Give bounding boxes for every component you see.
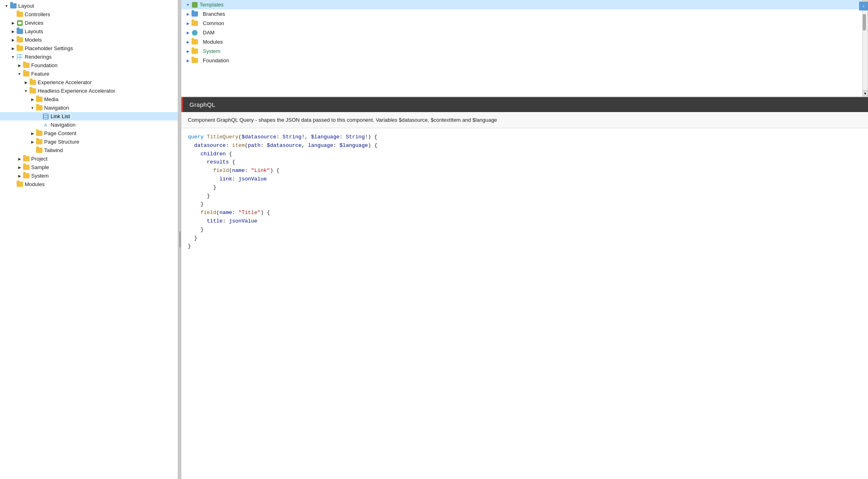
tree-item-layouts[interactable]: Layouts <box>0 27 178 36</box>
tree-label-experience-accelerator: Experience Accelerator <box>38 79 92 85</box>
renderings-icon <box>16 54 23 60</box>
code-line-2: datasource: item(path: $datasource, lang… <box>188 142 862 150</box>
right-tree-item-common[interactable]: Common <box>181 19 868 28</box>
expand-arrow-modules-r[interactable] <box>185 40 191 44</box>
tree-item-controllers[interactable]: Controllers <box>0 10 178 19</box>
folder-icon-experience-accelerator <box>29 80 36 85</box>
right-panel: Templates Branches Common DAM <box>181 0 868 479</box>
tree-item-system[interactable]: System <box>0 172 178 180</box>
tree-item-modules[interactable]: Modules <box>0 180 178 189</box>
expand-arrow-headless-experience-accelerator[interactable] <box>23 89 29 93</box>
expand-arrow-feature[interactable] <box>16 72 23 76</box>
expand-arrow-page-structure[interactable] <box>29 140 36 144</box>
graphql-desc-text: Component GraphQL Query - shapes the JSO… <box>188 117 497 123</box>
linklist-icon <box>42 114 49 119</box>
expand-arrow-common[interactable] <box>185 21 191 25</box>
folder-icon-tailwind <box>36 148 43 153</box>
right-top-tree[interactable]: Templates Branches Common DAM <box>181 0 868 97</box>
expand-arrow-system[interactable] <box>16 174 23 178</box>
expand-arrow-foundation-right[interactable] <box>185 59 191 63</box>
tree-item-link-list[interactable]: Link List <box>0 112 178 121</box>
tree-item-feature[interactable]: Feature <box>0 70 178 78</box>
right-top-scrollbar[interactable]: ▲ ▼ <box>862 0 868 96</box>
tree-item-media[interactable]: Media <box>0 95 178 104</box>
expand-arrow-system-r[interactable] <box>185 49 191 53</box>
graphql-code-area[interactable]: query TitleQuery($datasource: String!, $… <box>181 128 868 479</box>
code-line-7: } <box>188 184 862 192</box>
expand-arrow-dam[interactable] <box>185 31 191 35</box>
expand-arrow-media[interactable] <box>29 97 36 102</box>
expand-arrow-navigation-folder[interactable] <box>29 106 36 110</box>
folder-icon-modules-r <box>191 39 198 45</box>
right-tree-item-dam[interactable]: DAM <box>181 28 868 37</box>
folder-icon-placeholder <box>16 46 23 51</box>
tree-item-foundation-r[interactable]: Foundation <box>0 61 178 70</box>
tree-label-page-content: Page Content <box>44 130 77 136</box>
expand-arrow-foundation-r[interactable] <box>16 64 23 68</box>
tree-label-navigation-item: Navigation <box>51 122 75 128</box>
tree-label-system: System <box>31 173 49 179</box>
splitter-handle <box>179 231 181 248</box>
tree-item-placeholder-settings[interactable]: Placeholder Settings <box>0 44 178 53</box>
navitem-icon: A <box>42 122 49 128</box>
tree-item-devices[interactable]: Devices <box>0 19 178 27</box>
device-icon <box>16 20 23 26</box>
expand-arrow-templates[interactable] <box>185 3 191 7</box>
tree-item-navigation-item[interactable]: A Navigation <box>0 121 178 129</box>
scrollbar-track[interactable] <box>862 6 868 91</box>
tree-label-models: Models <box>25 37 42 43</box>
tree-item-page-content[interactable]: Page Content <box>0 129 178 138</box>
tree-label-project: Project <box>31 156 47 162</box>
code-line-10: field(name: "Title") { <box>188 209 862 217</box>
collapse-panel-button[interactable]: ‹ <box>859 2 868 11</box>
expand-arrow-models[interactable] <box>10 38 16 42</box>
tree-label-media: Media <box>44 96 58 102</box>
tree-label-foundation-r: Foundation <box>31 62 57 68</box>
expand-arrow-page-content[interactable] <box>29 131 36 136</box>
right-tree-label-modules-r: Modules <box>200 39 223 45</box>
expand-arrow-project[interactable] <box>16 157 23 161</box>
right-tree-item-foundation-r[interactable]: Foundation <box>181 56 868 65</box>
expand-arrow-experience-accelerator[interactable] <box>23 81 29 85</box>
expand-arrow-layout[interactable] <box>3 4 10 8</box>
tree-label-sample: Sample <box>31 164 49 170</box>
tree-item-tailwind[interactable]: Tailwind <box>0 146 178 155</box>
graphql-title: GraphQL <box>189 101 215 108</box>
code-line-4: results { <box>188 158 862 167</box>
tree-item-project[interactable]: Project <box>0 155 178 163</box>
folder-icon-page-structure <box>36 139 43 144</box>
panel-splitter[interactable] <box>178 0 181 479</box>
folder-icon-media <box>36 97 43 102</box>
folder-blue-icon-branches <box>191 11 198 17</box>
expand-arrow-sample[interactable] <box>16 165 23 170</box>
code-line-8: } <box>188 192 862 201</box>
scroll-down-arrow[interactable]: ▼ <box>862 91 868 96</box>
folder-icon-controllers <box>16 12 23 17</box>
tree-item-page-structure[interactable]: Page Structure <box>0 138 178 146</box>
right-tree-label-system-r: System <box>200 48 220 54</box>
tree-item-experience-accelerator[interactable]: Experience Accelerator <box>0 78 178 87</box>
scrollbar-thumb <box>863 14 866 30</box>
folder-blue-icon-layouts <box>16 29 23 34</box>
tree-item-renderings[interactable]: Renderings <box>0 53 178 61</box>
right-tree-item-system-r[interactable]: System <box>181 47 868 56</box>
tree-item-navigation-folder[interactable]: Navigation <box>0 104 178 112</box>
expand-arrow-devices[interactable] <box>10 21 16 25</box>
tree-item-models[interactable]: Models <box>0 36 178 44</box>
folder-icon-system <box>23 173 30 178</box>
expand-arrow-placeholder[interactable] <box>10 47 16 51</box>
folder-icon-foundation-right <box>191 58 198 63</box>
left-tree-panel[interactable]: Layout Controllers Devices Layouts Model… <box>0 0 178 479</box>
folder-blue-icon <box>10 3 17 8</box>
tree-label-link-list: Link List <box>51 113 70 119</box>
expand-arrow-layouts[interactable] <box>10 30 16 34</box>
right-tree-item-templates[interactable]: Templates <box>181 0 868 9</box>
code-line-14: } <box>188 242 862 251</box>
expand-arrow-branches[interactable] <box>185 12 191 16</box>
tree-item-headless-experience-accelerator[interactable]: Headless Experience Accelerator <box>0 87 178 95</box>
tree-item-layout[interactable]: Layout <box>0 2 178 10</box>
right-tree-item-modules-r[interactable]: Modules <box>181 37 868 47</box>
right-tree-item-branches[interactable]: Branches <box>181 9 868 19</box>
tree-item-sample[interactable]: Sample <box>0 163 178 172</box>
expand-arrow-renderings[interactable] <box>10 55 16 59</box>
